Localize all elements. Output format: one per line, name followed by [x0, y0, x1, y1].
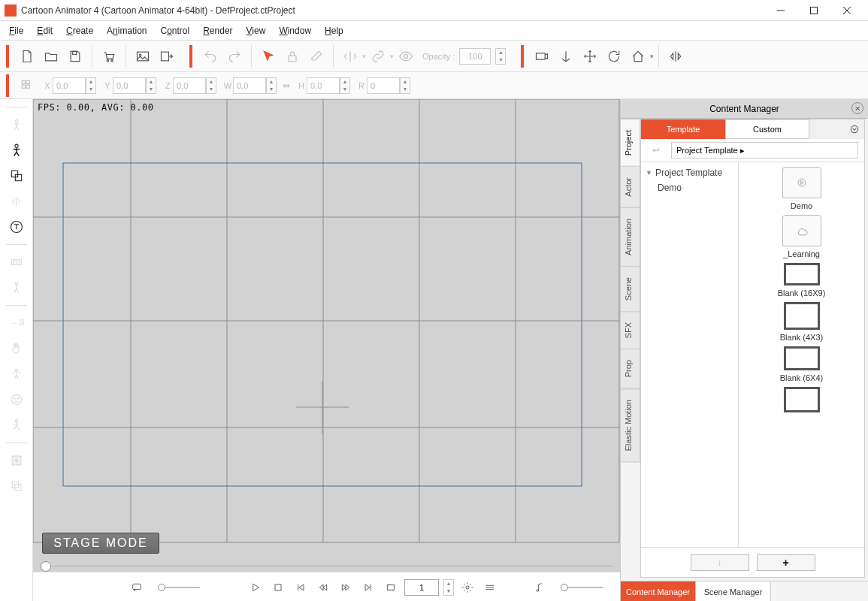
breadcrumb-back-icon[interactable]: ↩ [647, 143, 665, 158]
stage[interactable]: FPS: 0.00, AVG: 0.00 STAGE MODE ▲▼ [33, 99, 620, 601]
side-tab-elastic-motion[interactable]: Elastic Motion [621, 388, 640, 462]
side-tab-prop[interactable]: Prop [621, 349, 640, 388]
close-button[interactable] [830, 0, 863, 21]
coord-w-input[interactable] [233, 77, 266, 94]
text-icon[interactable] [5, 216, 28, 238]
rotate-icon[interactable] [603, 46, 625, 67]
menu-edit[interactable]: Edit [31, 23, 59, 38]
side-tab-actor[interactable]: Actor [621, 166, 640, 208]
coord-w-spinner[interactable]: ▲▼ [266, 77, 277, 94]
first-frame-icon[interactable] [292, 578, 310, 596]
timeline-scrubber[interactable] [41, 561, 612, 572]
grid-icon[interactable] [17, 75, 38, 96]
play-icon[interactable] [246, 578, 265, 596]
walk-icon[interactable] [5, 414, 28, 436]
export-icon[interactable] [156, 46, 177, 67]
move-icon[interactable] [579, 46, 600, 67]
frame-spinner[interactable]: ▲▼ [443, 579, 454, 596]
visibility-icon[interactable] [395, 46, 416, 67]
opacity-spinner[interactable]: ▲▼ [495, 48, 506, 65]
stage-mode-button[interactable]: STAGE MODE [42, 533, 159, 554]
align-h-icon[interactable] [340, 46, 361, 67]
thumb-item[interactable]: Blank (4X3) [769, 302, 835, 342]
tree-root[interactable]: ▼Project Template [643, 165, 736, 180]
audio-wave-icon[interactable] [5, 190, 28, 213]
cm-close-icon[interactable]: ✕ [851, 102, 863, 114]
menu-file[interactable]: File [3, 23, 29, 38]
undo-icon[interactable] [200, 46, 221, 67]
home-icon[interactable] [628, 46, 649, 67]
character-icon[interactable] [5, 139, 28, 162]
zoom-slider-left[interactable] [158, 587, 200, 588]
camera-icon[interactable] [531, 46, 552, 67]
coord-y-input[interactable] [113, 77, 146, 94]
bone-icon[interactable] [5, 276, 28, 299]
redo-icon[interactable] [224, 46, 245, 67]
coord-r-input[interactable] [367, 77, 400, 94]
menu-help[interactable]: Help [319, 23, 349, 38]
coord-x-input[interactable] [53, 77, 86, 94]
selection-tool-icon[interactable] [258, 46, 279, 67]
next-key-icon[interactable] [337, 578, 355, 596]
music-icon[interactable] [531, 578, 549, 596]
thumb-item[interactable]: _Learning [769, 215, 835, 258]
apply-button[interactable]: ↓ [691, 554, 749, 571]
prev-key-icon[interactable] [314, 578, 332, 596]
thumb-item[interactable] [769, 387, 835, 415]
tab-custom[interactable]: Custom [725, 119, 809, 139]
bottom-tab-content[interactable]: Content Manager [621, 581, 696, 601]
add-button[interactable]: + [757, 554, 815, 571]
menu-animation[interactable]: Animation [101, 23, 153, 38]
frame-input[interactable] [404, 579, 439, 596]
coord-y-spinner[interactable]: ▲▼ [146, 77, 156, 94]
side-tab-project[interactable]: Project [621, 119, 640, 167]
coord-h-input[interactable] [307, 77, 340, 94]
menu-control[interactable]: Control [154, 23, 195, 38]
link-icon[interactable] [367, 46, 389, 67]
face-icon[interactable] [5, 388, 28, 411]
save-icon[interactable] [65, 46, 86, 67]
tab-template[interactable]: Template [641, 119, 725, 139]
side-tab-scene[interactable]: Scene [621, 266, 640, 312]
g2-character-icon[interactable] [5, 113, 28, 136]
coord-r-spinner[interactable]: ▲▼ [400, 77, 410, 94]
opacity-input[interactable] [459, 48, 491, 65]
volume-slider[interactable] [561, 587, 603, 588]
cart-icon[interactable] [98, 46, 119, 67]
last-frame-icon[interactable] [359, 578, 377, 596]
keyframe-icon[interactable] [5, 251, 28, 273]
loop-icon[interactable] [382, 578, 400, 596]
breadcrumb-path[interactable]: Project Template ▸ [671, 142, 858, 159]
lock-icon[interactable] [282, 46, 303, 67]
coord-x-spinner[interactable]: ▲▼ [86, 77, 96, 94]
new-file-icon[interactable] [17, 46, 38, 67]
import-image-icon[interactable] [132, 46, 153, 67]
timeline-icon[interactable] [481, 578, 499, 596]
coord-h-spinner[interactable]: ▲▼ [340, 77, 350, 94]
minimize-button[interactable] [764, 0, 797, 21]
maximize-button[interactable] [797, 0, 830, 21]
chat-icon[interactable] [128, 578, 146, 596]
open-folder-icon[interactable] [41, 46, 62, 67]
thumb-item[interactable]: Blank (16X9) [769, 263, 835, 297]
tree-child[interactable]: Demo [643, 180, 736, 195]
menu-window[interactable]: Window [273, 23, 317, 38]
3d-icon[interactable]: ←3D [5, 312, 28, 334]
puppet-icon[interactable] [5, 363, 28, 385]
layers-icon[interactable] [5, 475, 28, 497]
cm-options-icon[interactable] [845, 119, 864, 139]
axis-icon[interactable] [555, 46, 576, 67]
settings-icon[interactable] [458, 578, 476, 596]
coord-z-input[interactable] [173, 77, 206, 94]
side-tab-animation[interactable]: Animation [621, 207, 640, 267]
compose-icon[interactable] [5, 165, 28, 187]
viewport[interactable]: FPS: 0.00, AVG: 0.00 STAGE MODE [33, 99, 620, 601]
stop-icon[interactable] [269, 578, 287, 596]
menu-view[interactable]: View [240, 23, 272, 38]
coord-z-spinner[interactable]: ▲▼ [206, 77, 216, 94]
flip-icon[interactable] [665, 46, 686, 67]
bottom-tab-scene[interactable]: Scene Manager [696, 581, 771, 601]
hand-icon[interactable] [5, 337, 28, 360]
eraser-icon[interactable] [306, 46, 327, 67]
thumb-item[interactable]: Demo [769, 167, 835, 210]
